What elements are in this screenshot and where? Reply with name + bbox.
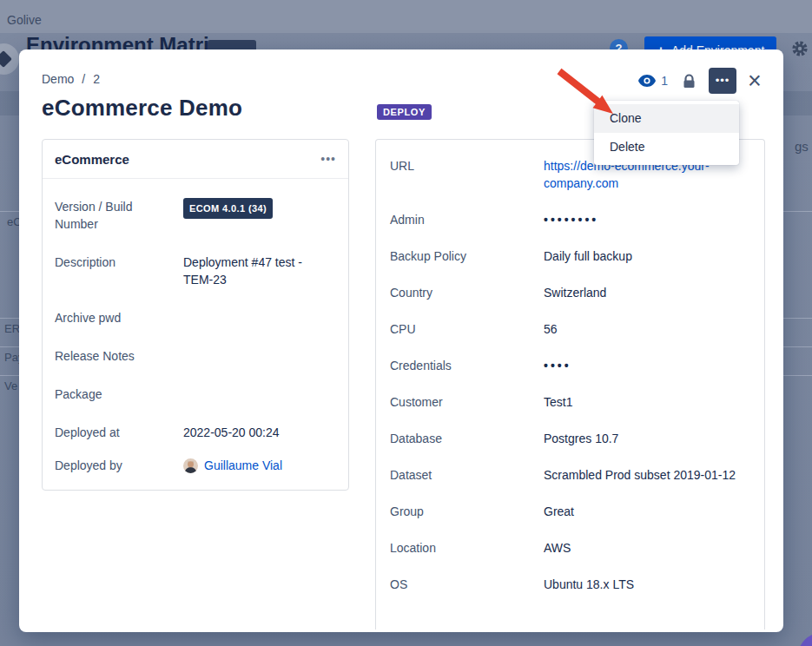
eye-icon bbox=[638, 75, 656, 87]
field-label: Package bbox=[55, 386, 183, 403]
field-value: Test1 bbox=[544, 393, 750, 411]
field-label: Admin bbox=[390, 211, 544, 228]
field-label: Release Notes bbox=[55, 347, 183, 365]
field-value: Daily full backup bbox=[544, 247, 750, 265]
application-card-body: Version / Build Number ECOM 4.0.1 (34) D… bbox=[43, 179, 348, 474]
field-value: Switzerland bbox=[544, 284, 750, 301]
field-label: Dataset bbox=[390, 466, 544, 484]
field-value: Great bbox=[544, 503, 750, 520]
application-card: eCommerce ••• Version / Build Number ECO… bbox=[42, 139, 349, 491]
field-label: Version / Build Number bbox=[55, 198, 183, 233]
app-icon-glyph bbox=[0, 50, 12, 68]
attributes-card-body: URL https://demo-ecommerce.your-company.… bbox=[376, 140, 764, 593]
field-row: Country Switzerland bbox=[390, 284, 750, 301]
field-label: OS bbox=[390, 576, 544, 593]
field-row: CPU 56 bbox=[390, 320, 750, 338]
modal-actions: 1 ••• × bbox=[638, 68, 765, 94]
field-row: Backup Policy Daily full backup bbox=[390, 247, 750, 265]
field-label: Location bbox=[390, 539, 544, 557]
application-name: eCommerce bbox=[55, 152, 129, 167]
field-label: Deployed at bbox=[55, 424, 183, 441]
gear-icon[interactable] bbox=[791, 40, 809, 57]
field-label: Customer bbox=[390, 393, 544, 411]
environment-title: eCommerce Demo bbox=[42, 95, 242, 122]
golive-app-icon bbox=[0, 43, 19, 75]
field-row: Deployed at 2022-05-20 00:24 bbox=[55, 424, 336, 441]
breadcrumb-project[interactable]: Demo bbox=[42, 72, 74, 86]
background-row-label: Ve bbox=[4, 379, 17, 392]
card-more-icon[interactable]: ••• bbox=[320, 152, 336, 166]
floating-help-widget[interactable] bbox=[797, 632, 812, 646]
field-row: Database Postgres 10.7 bbox=[390, 430, 750, 447]
field-label: CPU bbox=[390, 320, 544, 338]
field-value: Ubuntu 18.x LTS bbox=[544, 576, 750, 593]
field-label: URL bbox=[390, 157, 544, 192]
field-row: Group Great bbox=[390, 503, 750, 520]
field-label: Database bbox=[390, 430, 544, 447]
field-label: Country bbox=[390, 284, 544, 301]
field-value: 56 bbox=[544, 320, 750, 338]
field-row: Description Deployment #47 test - TEM-23 bbox=[55, 254, 336, 288]
field-value bbox=[183, 347, 314, 365]
field-row: Package bbox=[55, 386, 336, 403]
breadcrumb: Demo / 2 bbox=[42, 72, 100, 86]
attributes-card: URL https://demo-ecommerce.your-company.… bbox=[375, 139, 765, 630]
avatar bbox=[183, 458, 198, 473]
status-badge: DEPLOY bbox=[377, 104, 432, 120]
field-value bbox=[183, 386, 314, 403]
watchers-count: 1 bbox=[661, 74, 668, 88]
field-value: Scrambled Prod subset 2019-01-12 bbox=[544, 466, 750, 484]
field-label: Backup Policy bbox=[390, 247, 544, 265]
lock-icon bbox=[683, 74, 696, 89]
field-label: Deployed by bbox=[55, 457, 183, 474]
environment-details-modal: Demo / 2 1 ••• × eCommerce D bbox=[19, 49, 783, 632]
field-value: 2022-05-20 00:24 bbox=[183, 424, 314, 441]
more-actions-button[interactable]: ••• bbox=[709, 68, 736, 94]
breadcrumb-separator: / bbox=[82, 72, 85, 86]
field-value: Deployment #47 test - TEM-23 bbox=[183, 254, 314, 288]
masked-value: •••• bbox=[544, 357, 750, 374]
field-row: Dataset Scrambled Prod subset 2019-01-12 bbox=[390, 466, 750, 484]
field-value: AWS bbox=[544, 539, 750, 557]
menu-item-delete[interactable]: Delete bbox=[594, 133, 739, 162]
watchers[interactable]: 1 bbox=[638, 74, 668, 88]
version-badge: ECOM 4.0.1 (34) bbox=[183, 198, 273, 219]
field-row: Archive pwd bbox=[55, 309, 336, 326]
app-breadcrumb-golive: Golive bbox=[7, 13, 42, 27]
field-value bbox=[183, 309, 314, 326]
annotation-arrow bbox=[552, 67, 624, 121]
field-row: Credentials •••• bbox=[390, 357, 750, 374]
field-label: Description bbox=[55, 254, 183, 288]
masked-value: •••••••• bbox=[544, 211, 750, 228]
page: Golive Environment Matrix ? + Add Enviro… bbox=[0, 0, 812, 646]
field-label: Archive pwd bbox=[55, 309, 183, 326]
field-row: Admin •••••••• bbox=[390, 211, 750, 228]
field-row: OS Ubuntu 18.x LTS bbox=[390, 576, 750, 593]
background-partial-text: gs bbox=[795, 139, 809, 154]
background-row-label: ER bbox=[4, 322, 20, 335]
field-row: Version / Build Number ECOM 4.0.1 (34) bbox=[55, 198, 336, 233]
deployed-by-user-link[interactable]: Guillaume Vial bbox=[204, 457, 282, 474]
lock-button[interactable] bbox=[683, 74, 696, 89]
field-value: Postgres 10.7 bbox=[544, 430, 750, 447]
field-row: Deployed by Guillaume Vial bbox=[55, 457, 336, 474]
field-label: Group bbox=[390, 503, 544, 520]
breadcrumb-count: 2 bbox=[93, 72, 100, 86]
application-card-header: eCommerce ••• bbox=[43, 140, 348, 179]
field-row: Release Notes bbox=[55, 347, 336, 365]
close-icon[interactable]: × bbox=[744, 68, 765, 94]
field-row: Location AWS bbox=[390, 539, 750, 557]
field-label: Credentials bbox=[390, 357, 544, 374]
field-row: Customer Test1 bbox=[390, 393, 750, 411]
